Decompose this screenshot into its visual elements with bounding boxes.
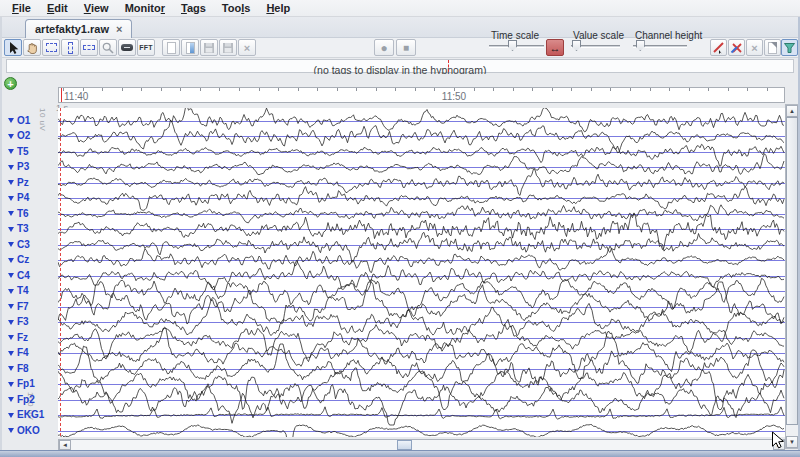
channel-label-F3[interactable]: F3 [8, 317, 29, 328]
tab-title: artefakty1.raw [35, 23, 109, 35]
channel-collapse-icon[interactable] [8, 304, 14, 309]
channel-label-Fp1[interactable]: Fp1 [8, 379, 35, 390]
new-page-button[interactable] [162, 39, 180, 56]
channel-label-T6[interactable]: T6 [8, 208, 29, 219]
menu-item-view[interactable]: View [76, 1, 117, 15]
channel-collapse-icon[interactable] [8, 351, 14, 356]
tab-close-icon[interactable]: × [116, 24, 122, 34]
annotate-tool-button[interactable] [710, 39, 727, 56]
channel-label-P3[interactable]: P3 [8, 162, 29, 173]
channel-label-O2[interactable]: O2 [8, 131, 30, 142]
menu-item-monitor[interactable]: Monitor [117, 1, 173, 15]
delete-button[interactable]: × [746, 39, 763, 56]
timeline-tick [180, 88, 181, 91]
dashed-vertical-icon [68, 42, 73, 54]
timeline-tick [669, 88, 670, 91]
hypnogram-panel[interactable]: (no tags to display in the hypnogram) [6, 59, 794, 73]
channel-collapse-icon[interactable] [8, 149, 14, 154]
channel-name: T5 [17, 147, 29, 157]
channel-collapse-icon[interactable] [8, 289, 14, 294]
report-page-button[interactable] [764, 39, 781, 56]
channel-collapse-icon[interactable] [8, 134, 14, 139]
channel-label-F7[interactable]: F7 [8, 301, 29, 312]
menu-item-tags[interactable]: Tags [173, 1, 214, 15]
timeline-tick [474, 88, 475, 91]
channel-collapse-icon[interactable] [8, 227, 14, 232]
rect-select-tool-button[interactable] [42, 39, 60, 56]
pan-tool-button[interactable] [23, 39, 41, 56]
timeline-tick [356, 88, 357, 91]
vertical-scroll-thumb[interactable] [786, 117, 798, 425]
timeline-tick [571, 88, 572, 91]
value-scale-thumb[interactable] [572, 40, 581, 51]
menu-item-edit[interactable]: Edit [39, 1, 76, 15]
channel-collapse-icon[interactable] [8, 320, 14, 325]
duplicate-page-button[interactable] [181, 39, 199, 56]
channel-label-T4[interactable]: T4 [8, 286, 29, 297]
channel-label-Pz[interactable]: Pz [8, 177, 29, 188]
scroll-up-button[interactable]: ▲ [786, 105, 798, 117]
channel-label-OKO[interactable]: OKO [8, 425, 40, 436]
channel-collapse-icon[interactable] [8, 382, 14, 387]
tab-artefakty1-raw[interactable]: artefakty1.raw × [25, 19, 132, 38]
timeline-tick [630, 88, 631, 91]
timeline-tick [395, 88, 396, 91]
montage-tools-button[interactable] [728, 39, 745, 56]
channel-label-Cz[interactable]: Cz [8, 255, 29, 266]
channel-collapse-icon[interactable] [8, 211, 14, 216]
channel-collapse-icon[interactable] [8, 366, 14, 371]
channel-collapse-icon[interactable] [8, 335, 14, 340]
measure-tool-button[interactable] [118, 39, 136, 56]
record-button[interactable]: ● [374, 39, 394, 56]
channel-height-thumb[interactable] [636, 40, 645, 51]
channel-label-O1[interactable]: O1 [8, 115, 30, 126]
menu-item-tools[interactable]: Tools [214, 1, 259, 15]
vertical-scrollbar[interactable]: ▲ ▼ [785, 104, 799, 449]
channel-label-T3[interactable]: T3 [8, 224, 29, 235]
channel-collapse-icon[interactable] [8, 118, 14, 123]
stop-button[interactable]: ■ [396, 39, 416, 56]
channel-label-Fz[interactable]: Fz [8, 332, 28, 343]
channel-label-F4[interactable]: F4 [8, 348, 29, 359]
channel-collapse-icon[interactable] [8, 428, 14, 433]
channel-collapse-icon[interactable] [8, 258, 14, 263]
filter-toggle-button[interactable] [781, 39, 798, 56]
timeline-ruler[interactable]: 11:40 11:50 [58, 87, 785, 103]
save-as-button[interactable] [219, 39, 237, 56]
channel-label-F8[interactable]: F8 [8, 363, 29, 374]
add-channel-button[interactable]: + [4, 77, 17, 90]
close-file-button[interactable]: × [238, 39, 256, 56]
timeline-tick [200, 88, 201, 91]
channel-collapse-icon[interactable] [8, 196, 14, 201]
channel-collapse-icon[interactable] [8, 180, 14, 185]
zoom-tool-button[interactable] [99, 39, 117, 56]
channel-label-P4[interactable]: P4 [8, 193, 29, 204]
timeline-tick [434, 88, 435, 91]
scroll-left-button[interactable]: ◄ [59, 440, 71, 450]
channel-height-slider-group: Channel height [633, 30, 693, 54]
measure-icon [121, 44, 133, 51]
select-tool-button[interactable] [4, 39, 22, 56]
horizontal-select-tool-button[interactable] [80, 39, 98, 56]
save-button[interactable] [200, 39, 218, 56]
channel-label-EKG1[interactable]: EKG1 [8, 410, 44, 421]
menu-item-file[interactable]: File [4, 1, 39, 15]
channel-collapse-icon[interactable] [8, 397, 14, 402]
channel-collapse-icon[interactable] [8, 273, 14, 278]
vertical-select-tool-button[interactable] [61, 39, 79, 56]
horizontal-scroll-thumb[interactable] [397, 440, 412, 450]
channel-collapse-icon[interactable] [8, 413, 14, 418]
channel-label-C3[interactable]: C3 [8, 239, 30, 250]
channel-label-C4[interactable]: C4 [8, 270, 30, 281]
waveform-canvas[interactable] [58, 108, 785, 437]
channel-label-T5[interactable]: T5 [8, 146, 29, 157]
channel-name: F4 [17, 348, 29, 358]
fft-tool-button[interactable]: FFT [137, 39, 155, 56]
time-scale-thumb[interactable] [508, 40, 517, 51]
channel-collapse-icon[interactable] [8, 242, 14, 247]
menu-item-help[interactable]: Help [258, 1, 298, 15]
channel-label-Fp2[interactable]: Fp2 [8, 394, 35, 405]
timeline-tick [415, 88, 416, 91]
channel-name: P4 [17, 193, 29, 203]
channel-collapse-icon[interactable] [8, 165, 14, 170]
